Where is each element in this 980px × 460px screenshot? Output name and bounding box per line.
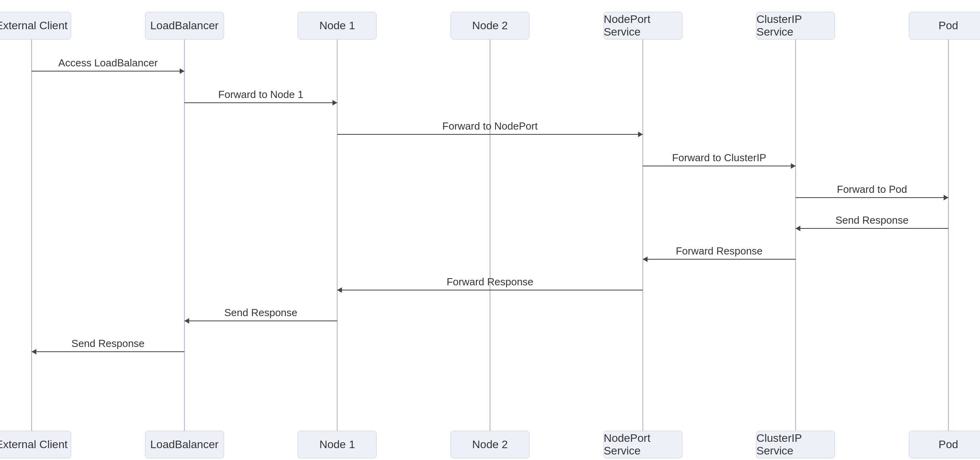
- svg-text:Forward Response: Forward Response: [676, 245, 763, 257]
- actor-top-clusterip: ClusterIP Service: [756, 12, 835, 40]
- actor-top-external-client: External Client: [0, 12, 71, 40]
- actor-top-loadbalancer: LoadBalancer: [145, 12, 224, 40]
- svg-text:Forward Response: Forward Response: [447, 276, 533, 288]
- svg-marker-8: [180, 68, 185, 74]
- svg-marker-26: [643, 256, 648, 262]
- svg-marker-20: [944, 195, 948, 200]
- svg-marker-17: [791, 163, 795, 169]
- svg-marker-35: [32, 349, 36, 354]
- svg-marker-11: [332, 100, 337, 106]
- svg-marker-32: [185, 318, 189, 324]
- actor-bottom-external-client: External Client: [0, 431, 71, 458]
- svg-text:Send Response: Send Response: [835, 214, 908, 226]
- actor-bottom-node2: Node 2: [450, 431, 530, 458]
- svg-text:Forward to NodePort: Forward to NodePort: [442, 120, 538, 132]
- svg-text:Forward to Node 1: Forward to Node 1: [218, 89, 303, 100]
- actor-top-nodeport: NodePort Service: [603, 12, 682, 40]
- svg-text:Send Response: Send Response: [224, 307, 297, 319]
- svg-text:Access LoadBalancer: Access LoadBalancer: [58, 57, 158, 69]
- actor-bottom-pod: Pod: [909, 431, 980, 458]
- actor-bottom-node1: Node 1: [298, 431, 377, 458]
- svg-marker-23: [795, 226, 800, 231]
- svg-marker-14: [638, 132, 643, 137]
- actor-top-node1: Node 1: [298, 12, 377, 40]
- actor-bottom-loadbalancer: LoadBalancer: [145, 431, 224, 458]
- actor-bottom-clusterip: ClusterIP Service: [756, 431, 835, 458]
- actor-bottom-nodeport: NodePort Service: [603, 431, 682, 458]
- actor-top-node2: Node 2: [450, 12, 530, 40]
- actor-top-pod: Pod: [909, 12, 980, 40]
- svg-text:Send Response: Send Response: [72, 337, 145, 349]
- svg-text:Forward to Pod: Forward to Pod: [837, 183, 907, 195]
- svg-text:Forward to ClusterIP: Forward to ClusterIP: [672, 152, 766, 164]
- sequence-diagram: Access LoadBalancerForward to Node 1Forw…: [0, 0, 980, 460]
- svg-marker-29: [337, 287, 342, 293]
